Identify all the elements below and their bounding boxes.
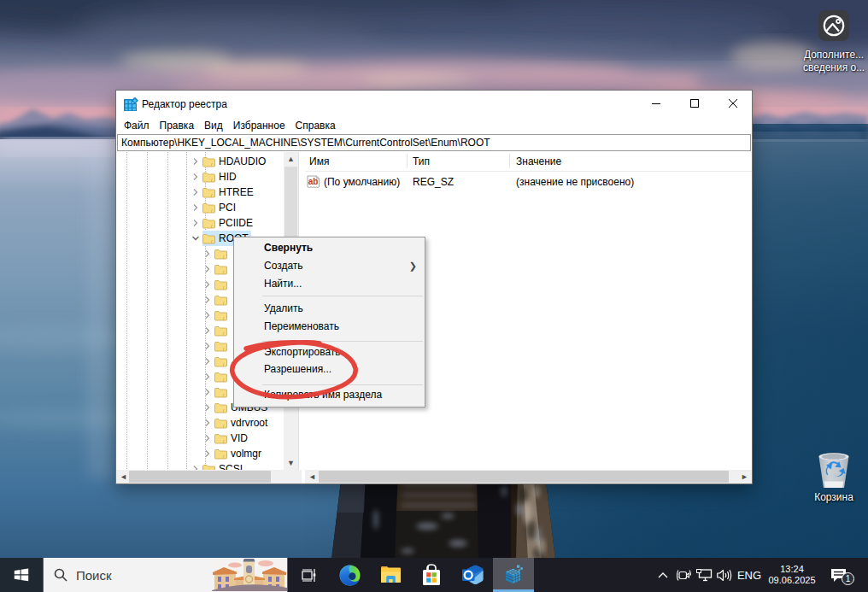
svg-text:ab: ab xyxy=(308,177,319,186)
